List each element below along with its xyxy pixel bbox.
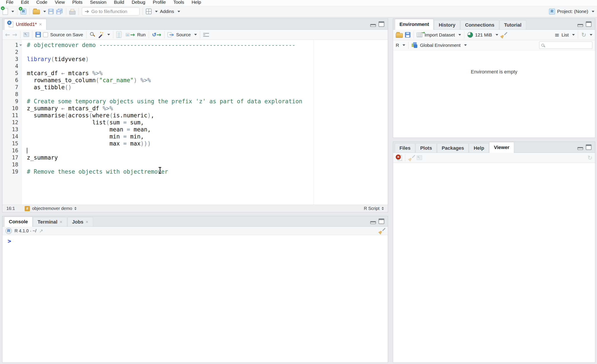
new-file-dropdown-icon[interactable]	[11, 11, 14, 12]
code-line[interactable]	[27, 147, 388, 154]
clear-console-icon[interactable]	[378, 227, 385, 234]
run-button[interactable]: Run	[137, 32, 146, 37]
close-tab-icon[interactable]: ×	[86, 219, 88, 225]
code-line[interactable]	[27, 63, 388, 70]
code-line[interactable]: # Create some temporary objects using th…	[27, 98, 388, 105]
import-dataset-dropdown-icon[interactable]	[458, 34, 461, 36]
menu-code[interactable]: Code	[32, 0, 51, 6]
file-type-selector[interactable]: R Script	[364, 206, 379, 211]
code-line[interactable]: min = min,	[27, 133, 388, 140]
new-file-icon[interactable]	[3, 8, 8, 15]
goto-file-function-input[interactable]	[91, 9, 133, 14]
tab-terminal[interactable]: Terminal ×	[33, 217, 67, 226]
code-line[interactable]: z_summary	[27, 154, 388, 161]
project-dropdown-icon[interactable]	[592, 11, 594, 12]
scope-dropdown-icon[interactable]	[464, 44, 467, 46]
code-line[interactable]: # Remove these objects with objectremove…	[27, 168, 388, 175]
code-line[interactable]: list(sum = sum,	[27, 119, 388, 126]
menu-help[interactable]: Help	[188, 0, 205, 6]
menu-debug[interactable]: Debug	[128, 0, 149, 6]
addins-button[interactable]: Addins	[160, 9, 174, 14]
load-workspace-icon[interactable]	[396, 32, 403, 38]
code-line[interactable]: max = max)))	[27, 140, 388, 147]
tab-jobs[interactable]: Jobs ×	[68, 217, 93, 226]
print-icon[interactable]	[69, 8, 75, 15]
language-dropdown-icon[interactable]	[402, 44, 405, 46]
minimize-pane-icon[interactable]	[577, 147, 583, 150]
close-tab-icon[interactable]: ×	[60, 219, 63, 225]
memory-usage-label[interactable]: 121 MiB	[475, 32, 492, 38]
menu-build[interactable]: Build	[110, 0, 128, 6]
tab-environment[interactable]: Environment	[395, 19, 433, 30]
maximize-pane-icon[interactable]	[586, 144, 591, 150]
show-in-new-window-icon[interactable]	[24, 32, 29, 37]
code-line[interactable]	[27, 161, 388, 168]
code-line[interactable]: library(tidyverse)	[27, 56, 388, 63]
minimize-pane-icon[interactable]	[577, 24, 583, 27]
goto-file-function-box[interactable]: ➔	[82, 7, 140, 15]
clear-viewer-icon[interactable]	[408, 155, 414, 161]
tab-files[interactable]: Files	[395, 143, 415, 153]
menu-view[interactable]: View	[51, 0, 68, 6]
tab-history[interactable]: History	[434, 20, 460, 30]
menu-plots[interactable]: Plots	[68, 0, 86, 6]
source-dropdown-icon[interactable]	[194, 34, 197, 35]
clear-environment-icon[interactable]	[500, 32, 507, 38]
tab-console[interactable]: Console	[4, 217, 32, 227]
maximize-pane-icon[interactable]	[586, 21, 591, 27]
pane-layout-dropdown-icon[interactable]	[155, 11, 158, 12]
list-view-dropdown-icon[interactable]	[572, 34, 575, 36]
code-line[interactable]: mean = mean,	[27, 126, 388, 133]
close-tab-icon[interactable]: ×	[39, 22, 42, 27]
import-dataset-button[interactable]: Import Dataset	[424, 32, 455, 38]
menu-file[interactable]: File	[2, 0, 17, 6]
code-line[interactable]: rownames_to_column("car_name") %>%	[27, 77, 388, 84]
minimize-pane-icon[interactable]	[370, 24, 376, 27]
open-file-dropdown-icon[interactable]	[43, 11, 46, 12]
rerun-icon[interactable]: ↺→	[152, 31, 161, 38]
file-type-updown-icon[interactable]	[382, 207, 384, 210]
code-line[interactable]	[27, 49, 388, 56]
code-tools-icon[interactable]	[98, 32, 104, 38]
code-line[interactable]: as_tibble()	[27, 84, 388, 91]
save-document-icon[interactable]	[35, 32, 41, 37]
maximize-pane-icon[interactable]	[378, 21, 384, 27]
save-all-icon[interactable]	[56, 8, 63, 15]
source-icon[interactable]: →	[168, 31, 174, 38]
environment-search-input[interactable]	[546, 43, 586, 48]
code-tools-dropdown-icon[interactable]	[107, 34, 110, 35]
code-line[interactable]: mtcars_df ← mtcars %>%	[27, 70, 388, 77]
scope-selector[interactable]: Global Environment	[420, 43, 460, 48]
source-button[interactable]: Source	[176, 32, 191, 37]
project-selector[interactable]: Project: (None)	[557, 9, 588, 14]
addins-dropdown-icon[interactable]	[178, 11, 180, 12]
tab-packages[interactable]: Packages	[437, 143, 469, 153]
open-file-icon[interactable]	[33, 8, 40, 14]
console-body[interactable]: >	[2, 235, 388, 363]
source-on-save-checkbox[interactable]	[43, 32, 48, 37]
code-editor[interactable]: 12345678910111213141516171819 # objectre…	[2, 40, 388, 205]
tab-connections[interactable]: Connections	[460, 20, 499, 30]
section-updown-icon[interactable]	[74, 207, 77, 210]
language-selector[interactable]: R	[396, 43, 399, 48]
list-view-label[interactable]: List	[562, 32, 569, 38]
tab-viewer[interactable]: Viewer	[489, 142, 514, 153]
viewer-refresh-icon[interactable]: ↻	[587, 154, 592, 161]
back-icon[interactable]: ←	[5, 31, 10, 38]
environment-search-box[interactable]	[539, 42, 592, 49]
code-line[interactable]: summarise(across(where(is.numeric),	[27, 112, 388, 119]
refresh-icon[interactable]: ↻	[581, 31, 586, 38]
code-line[interactable]: # objectremover demo -------------------…	[27, 42, 388, 49]
code-line[interactable]: z_summary ← mtcars_df %>%	[27, 105, 388, 112]
pane-layout-icon[interactable]	[146, 8, 152, 14]
section-selector[interactable]: objectremover demo	[32, 206, 72, 211]
run-icon[interactable]: →	[126, 31, 135, 38]
menu-session[interactable]: Session	[86, 0, 110, 6]
viewer-new-window-icon[interactable]	[417, 155, 422, 160]
import-dataset-icon[interactable]: →	[417, 32, 422, 37]
list-view-icon[interactable]: ≡	[555, 32, 559, 38]
menu-profile[interactable]: Profile	[149, 0, 170, 6]
tab-untitled1[interactable]: Untitled1* ×	[4, 19, 47, 30]
minimize-pane-icon[interactable]	[370, 221, 376, 224]
compile-report-icon[interactable]	[116, 31, 121, 38]
